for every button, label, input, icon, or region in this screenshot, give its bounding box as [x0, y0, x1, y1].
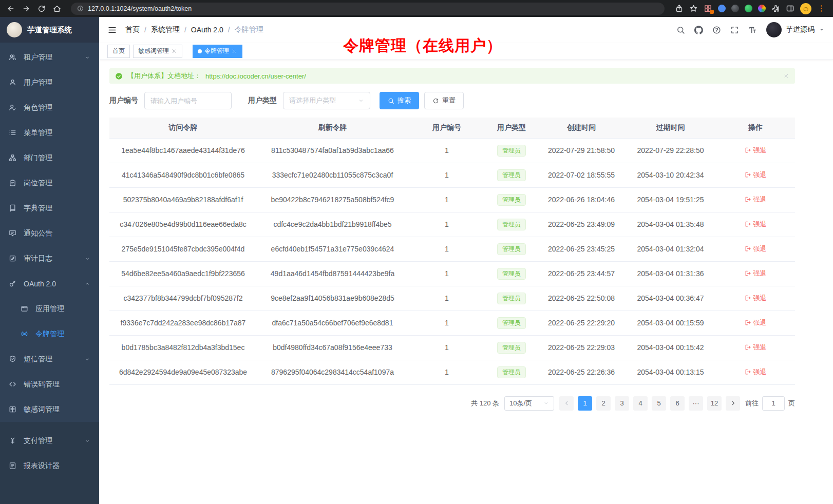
user-id-input[interactable]: [144, 92, 232, 109]
sidebar-item-oauth2-token[interactable]: 令牌管理: [0, 321, 99, 346]
force-logout-button[interactable]: 强退: [745, 170, 767, 180]
page-button-4[interactable]: 4: [633, 396, 648, 411]
fullscreen-icon[interactable]: [730, 26, 739, 34]
user-type-cell: 管理员: [485, 237, 538, 261]
tab-label: 敏感词管理: [138, 47, 169, 55]
force-logout-button[interactable]: 强退: [745, 343, 767, 352]
sidebar-item-notice[interactable]: 通知公告: [0, 221, 99, 246]
home-icon: [53, 5, 61, 13]
github-icon[interactable]: [694, 26, 703, 34]
sidebar-item-audit-log[interactable]: 审计日志: [0, 246, 99, 271]
page-button-2[interactable]: 2: [596, 396, 611, 411]
tab-close-icon[interactable]: [232, 48, 237, 54]
pager-ellipsis[interactable]: ···: [689, 396, 703, 411]
prev-page-button[interactable]: [559, 396, 574, 411]
sidebar-item-dict[interactable]: 字典管理: [0, 196, 99, 221]
force-logout-button[interactable]: 强退: [745, 146, 767, 155]
access-token-cell: 1ea5e44f8bc1467aaede43144f31de76: [109, 138, 257, 163]
force-logout-button[interactable]: 强退: [745, 367, 767, 377]
hamburger-icon[interactable]: [107, 25, 117, 35]
sidebar-item-label: 令牌管理: [35, 329, 64, 339]
side-panel-icon[interactable]: [786, 4, 794, 13]
sidebar-item-payment[interactable]: 支付管理: [0, 428, 99, 453]
sidebar-item-oauth2-app[interactable]: 应用管理: [0, 296, 99, 321]
expire-time-cell: 2054-03-04 00:13:15: [625, 360, 716, 384]
sidebar-item-dept[interactable]: 部门管理: [0, 145, 99, 170]
user-type-cell: 管理员: [485, 163, 538, 187]
dark-extension-icon[interactable]: [731, 5, 739, 12]
puzzle-extensions-icon[interactable]: [771, 4, 780, 13]
sidebar-item-error-code[interactable]: 错误码管理: [0, 372, 99, 397]
user-type-placeholder: 请选择用户类型: [289, 96, 336, 105]
sidebar-item-sensitive-word[interactable]: 敏感词管理: [0, 397, 99, 422]
table-row: c347026e805e4d99b0d116eae66eda8ccdfc4ce9…: [109, 212, 795, 237]
next-page-button[interactable]: [726, 396, 740, 411]
sidebar-item-menu[interactable]: 菜单管理: [0, 120, 99, 145]
page-button-5[interactable]: 5: [652, 396, 666, 411]
sidebar-item-user[interactable]: 用户管理: [0, 70, 99, 95]
chevron-down-icon: [84, 54, 90, 61]
page-button-12[interactable]: 12: [707, 396, 722, 411]
created-time-cell: 2022-06-25 22:26:36: [538, 360, 625, 384]
access-token-cell: 41c41346a548490f9dc8b01c6bfe0865: [109, 163, 257, 187]
oauth-key-icon: [9, 280, 16, 287]
sidebar-item-role[interactable]: 角色管理: [0, 95, 99, 120]
force-logout-button[interactable]: 强退: [745, 195, 767, 204]
breadcrumb-item[interactable]: 系统管理: [151, 25, 180, 34]
browser-profile-avatar[interactable]: ☺: [800, 3, 811, 14]
sidebar-item-sms[interactable]: 短信管理: [0, 346, 99, 372]
url-text: 127.0.0.1:1024/system/oauth2/token: [88, 5, 192, 12]
user-menu[interactable]: 芋道源码: [766, 22, 825, 37]
alert-close-icon[interactable]: [783, 73, 789, 79]
user-type-select[interactable]: 请选择用户类型: [283, 92, 370, 109]
browser-chrome: 127.0.0.1:1024/system/oauth2/token ☺: [0, 0, 833, 17]
browser-reload-button[interactable]: [35, 2, 48, 15]
chevron-down-icon: [84, 356, 90, 362]
page-button-6[interactable]: 6: [670, 396, 685, 411]
search-button[interactable]: 搜索: [380, 92, 419, 109]
breadcrumb-item[interactable]: 首页: [125, 25, 140, 34]
browser-menu-icon[interactable]: [817, 4, 826, 13]
search-icon[interactable]: [676, 26, 685, 34]
blue-extension-icon[interactable]: [718, 5, 726, 12]
reset-button[interactable]: 重置: [424, 92, 464, 109]
access-token-cell: f9336e7c7dd242a283ee98dc86b17a87: [109, 311, 257, 335]
browser-back-button[interactable]: [4, 2, 17, 15]
user-type-badge: 管理员: [497, 145, 526, 157]
address-bar[interactable]: 127.0.0.1:1024/system/oauth2/token: [71, 3, 665, 15]
colorful-extension-icon[interactable]: [758, 5, 766, 12]
breadcrumb-item[interactable]: OAuth 2.0: [191, 26, 223, 34]
goto-page-input[interactable]: [762, 396, 785, 411]
tab-home[interactable]: 首页: [107, 45, 130, 58]
reload-icon: [37, 5, 46, 13]
user-id-cell: 1: [408, 360, 485, 384]
force-logout-button[interactable]: 强退: [745, 220, 767, 229]
user-type-badge: 管理员: [497, 243, 526, 255]
bookmark-star-icon[interactable]: [689, 4, 698, 13]
browser-forward-button[interactable]: [20, 2, 33, 15]
green-extension-icon[interactable]: [745, 5, 752, 12]
sidebar-item-report-designer[interactable]: 报表设计器: [0, 453, 99, 478]
extension-grid-icon[interactable]: [704, 4, 712, 13]
sidebar-item-oauth2[interactable]: OAuth 2.0: [0, 271, 99, 296]
font-size-icon[interactable]: [748, 26, 757, 34]
force-logout-button[interactable]: 强退: [745, 269, 767, 278]
help-icon[interactable]: [712, 26, 721, 34]
force-logout-button[interactable]: 强退: [745, 294, 767, 303]
app-logo[interactable]: 芋道管理系统: [0, 17, 99, 43]
force-logout-button[interactable]: 强退: [745, 244, 767, 254]
tab-sensitive-word[interactable]: 敏感词管理: [133, 45, 182, 58]
tab-close-icon[interactable]: [172, 48, 177, 54]
tab-token[interactable]: 令牌管理: [193, 45, 242, 58]
share-icon[interactable]: [675, 4, 684, 13]
sidebar-item-post[interactable]: 岗位管理: [0, 170, 99, 196]
page-button-1[interactable]: 1: [578, 396, 592, 411]
page-size-select[interactable]: 10条/页: [504, 396, 554, 411]
expire-time-cell: 2054-03-04 00:15:59: [625, 311, 716, 335]
sidebar-item-tenant[interactable]: 租户管理: [0, 45, 99, 70]
browser-home-button[interactable]: [50, 2, 64, 15]
user-id-cell: 1: [408, 311, 485, 335]
page-button-3[interactable]: 3: [615, 396, 629, 411]
alert-doc-link[interactable]: https://doc.iocoder.cn/user-center/: [205, 72, 306, 80]
force-logout-button[interactable]: 强退: [745, 318, 767, 327]
